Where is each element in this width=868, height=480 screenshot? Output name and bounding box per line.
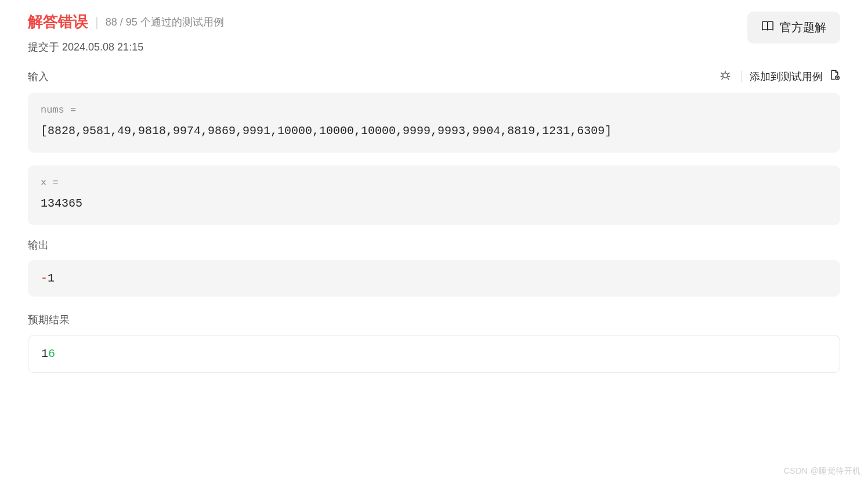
expected-diff-right: 6 — [48, 347, 55, 360]
add-to-testcase-button[interactable]: 添加到测试用例 — [750, 69, 840, 84]
action-divider — [741, 71, 742, 82]
submit-time: 提交于 2024.05.08 21:15 — [28, 40, 224, 54]
add-file-icon — [829, 69, 840, 84]
solution-button-label: 官方题解 — [780, 20, 826, 35]
status-title: 解答错误 — [28, 12, 88, 32]
result-header: 解答错误 | 88 / 95 个通过的测试用例 提交于 2024.05.08 2… — [28, 12, 840, 54]
expected-diff-same: 1 — [41, 347, 48, 360]
output-value: -1 — [41, 272, 55, 285]
test-pass-count: 88 / 95 个通过的测试用例 — [106, 15, 224, 29]
add-test-label: 添加到测试用例 — [750, 70, 823, 84]
output-label: 输出 — [28, 238, 840, 252]
expected-value: 16 — [41, 347, 55, 360]
output-section: 输出 -1 — [28, 238, 840, 297]
total-count: 95 — [126, 16, 138, 28]
output-diff-wrong: - — [41, 272, 48, 285]
input-param2-box: x = 134365 — [28, 165, 840, 225]
title-divider: | — [95, 15, 99, 30]
input-label: 输入 — [28, 70, 49, 84]
book-icon — [761, 20, 774, 35]
param1-label: nums = — [41, 104, 827, 116]
official-solution-button[interactable]: 官方题解 — [747, 12, 840, 44]
title-row: 解答错误 | 88 / 95 个通过的测试用例 — [28, 12, 224, 32]
test-suffix: 个通过的测试用例 — [140, 16, 224, 28]
expected-label: 预期结果 — [28, 313, 840, 327]
input-actions: 添加到测试用例 — [718, 68, 840, 85]
param2-value: 134365 — [41, 194, 827, 214]
input-param1-box: nums = [8828,9581,49,9818,9974,9869,9991… — [28, 93, 840, 153]
bug-icon — [719, 69, 732, 84]
header-left: 解答错误 | 88 / 95 个通过的测试用例 提交于 2024.05.08 2… — [28, 12, 224, 54]
param2-label: x = — [41, 177, 827, 188]
param1-value: [8828,9581,49,9818,9974,9869,9991,10000,… — [41, 121, 827, 141]
input-header-row: 输入 添加到测试用例 — [28, 68, 840, 85]
expected-section: 预期结果 16 — [28, 313, 840, 373]
output-diff-same: 1 — [48, 272, 55, 285]
debug-icon-button[interactable] — [718, 68, 733, 85]
submit-time-value: 2024.05.08 21:15 — [62, 41, 143, 53]
output-box: -1 — [28, 260, 840, 297]
expected-box: 16 — [28, 335, 840, 373]
passed-count: 88 — [106, 16, 117, 28]
svg-point-0 — [723, 73, 728, 78]
submit-prefix: 提交于 — [28, 41, 59, 53]
